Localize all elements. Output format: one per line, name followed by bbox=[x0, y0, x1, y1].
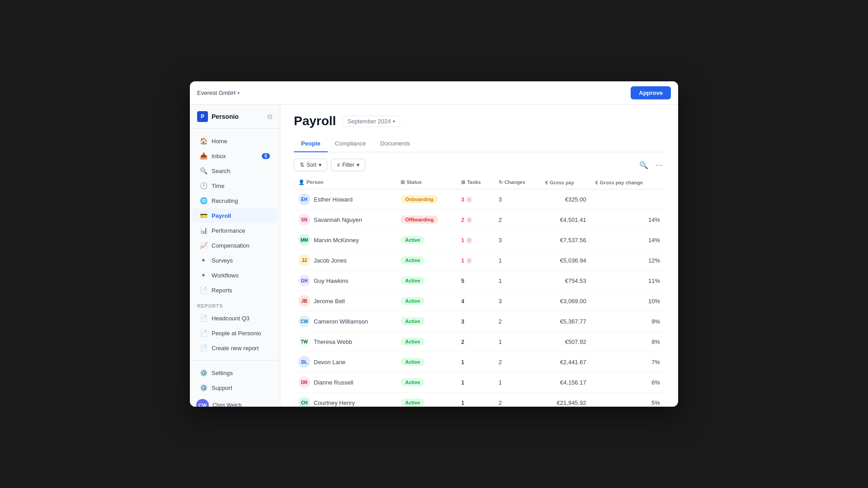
sidebar-item-performance[interactable]: 📊 Performance bbox=[193, 223, 277, 238]
surveys-icon: ✦ bbox=[200, 257, 207, 264]
table-row[interactable]: JJ Jacob Jones Active 1 ! 1 €5,036.94 12… bbox=[294, 250, 665, 271]
person-cell: JJ Jacob Jones bbox=[294, 250, 396, 271]
sidebar-item-support[interactable]: ⚙️ Support bbox=[193, 380, 277, 395]
grosspay-cell: €3,069.00 bbox=[541, 291, 591, 311]
month-label: September 2024 bbox=[347, 118, 391, 125]
table-row[interactable]: CH Courtney Henry Active 1 2 €21,945.92 … bbox=[294, 393, 665, 407]
sidebar-item-payroll[interactable]: 💳 Payroll bbox=[193, 208, 277, 223]
table-row[interactable]: MM Marvin McKinney Active 1 ! 3 €7,537.5… bbox=[294, 230, 665, 250]
grosspay-cell: €4,156.17 bbox=[541, 372, 591, 393]
table-row[interactable]: JB Jerome Bell Active 4 3 €3,069.00 10% bbox=[294, 291, 665, 311]
grosspay-cell: €2,441.67 bbox=[541, 352, 591, 372]
table-area: ⇅ Sort ▾ ≡ Filter ▾ 🔍 ⋯ bbox=[280, 152, 678, 407]
status-badge: Active bbox=[401, 317, 425, 325]
task-badge: 1 ! bbox=[461, 258, 472, 264]
sidebar-item-home[interactable]: 🏠 Home bbox=[193, 134, 277, 148]
support-icon: ⚙️ bbox=[200, 384, 207, 391]
grosspay-cell: €4,501.41 bbox=[541, 210, 591, 230]
table-row[interactable]: DL Devon Lane Active 1 2 €2,441.67 7% bbox=[294, 352, 665, 372]
status-badge: Offboarding bbox=[401, 216, 438, 224]
brand-area: P Personio ⊟ bbox=[190, 105, 280, 129]
grosspay-cell: €507.92 bbox=[541, 332, 591, 352]
recruiting-icon: 🌐 bbox=[200, 197, 207, 204]
main-content: Payroll September 2024 ▾ People Complian… bbox=[280, 105, 678, 407]
sidebar-item-compensation[interactable]: 📈 Compensation bbox=[193, 238, 277, 253]
sidebar-nav: 🏠 Home 📥 Inbox 6 🔍 Search 🕐 Time � bbox=[190, 129, 280, 360]
sidebar-item-inbox[interactable]: 📥 Inbox 6 bbox=[193, 149, 277, 163]
person-name: Esther Howard bbox=[314, 196, 353, 203]
changes-cell: 2 bbox=[494, 311, 541, 332]
avatar: CW bbox=[196, 399, 209, 407]
tasks-cell: 1 bbox=[457, 352, 494, 372]
toolbar-right: 🔍 ⋯ bbox=[637, 159, 665, 171]
inbox-badge: 6 bbox=[262, 153, 270, 159]
grosspaychange-cell: 8% bbox=[591, 332, 665, 352]
task-badge: 5 bbox=[461, 278, 464, 284]
table-row[interactable]: CW Cameron Williamson Active 3 2 €5,367.… bbox=[294, 311, 665, 332]
table-row[interactable]: EH Esther Howard Onboarding 3 ! 3 €325.0… bbox=[294, 189, 665, 210]
status-cell: Active bbox=[396, 393, 457, 407]
table-row[interactable]: SN Savannah Nguyen Offboarding 2 ! 2 €4,… bbox=[294, 210, 665, 230]
sidebar-item-reports[interactable]: 📄 Reports bbox=[193, 283, 277, 297]
tasks-cell: 1 bbox=[457, 393, 494, 407]
sidebar-item-recruiting[interactable]: 🌐 Recruiting bbox=[193, 193, 277, 208]
status-cell: Onboarding bbox=[396, 189, 457, 210]
tasks-cell: 5 bbox=[457, 271, 494, 291]
grosspaychange-cell: 14% bbox=[591, 210, 665, 230]
table-row[interactable]: DR Dianne Russell Active 1 1 €4,156.17 6… bbox=[294, 372, 665, 393]
page-title: Payroll bbox=[294, 114, 336, 128]
home-icon: 🏠 bbox=[200, 137, 207, 145]
company-selector[interactable]: Everest GmbH ▾ bbox=[197, 89, 240, 96]
brand-name: Personio bbox=[212, 113, 239, 120]
chevron-down-icon: ▾ bbox=[237, 90, 240, 95]
changes-cell: 3 bbox=[494, 230, 541, 250]
approve-button[interactable]: Approve bbox=[631, 86, 671, 99]
grosspay-cell: €21,945.92 bbox=[541, 393, 591, 407]
person-avatar: DR bbox=[298, 376, 310, 388]
month-selector[interactable]: September 2024 ▾ bbox=[342, 116, 400, 127]
sidebar-item-workflows[interactable]: ✦ Workflows bbox=[193, 268, 277, 282]
sidebar-item-people-personio[interactable]: 📄 People at Personio bbox=[193, 326, 277, 340]
grosspaychange-cell: 14% bbox=[591, 230, 665, 250]
more-options-button[interactable]: ⋯ bbox=[654, 159, 665, 171]
create-doc-icon: 📄 bbox=[200, 344, 207, 352]
person-cell: DL Devon Lane bbox=[294, 352, 396, 372]
sidebar-item-surveys[interactable]: ✦ Surveys bbox=[193, 253, 277, 267]
tab-people[interactable]: People bbox=[294, 136, 328, 152]
tab-documents[interactable]: Documents bbox=[373, 136, 417, 152]
top-bar: Everest GmbH ▾ Approve bbox=[190, 81, 678, 105]
sort-button[interactable]: ⇅ Sort ▾ bbox=[294, 159, 327, 171]
grosspay-cell: €325.00 bbox=[541, 189, 591, 210]
sidebar-item-search[interactable]: 🔍 Search bbox=[193, 164, 277, 178]
person-cell: JB Jerome Bell bbox=[294, 291, 396, 311]
search-button[interactable]: 🔍 bbox=[637, 159, 650, 171]
sidebar-item-headcount[interactable]: 📄 Headcount Q3 bbox=[193, 311, 277, 325]
user-row: CW Chris Welch bbox=[190, 395, 280, 407]
task-badge: 1 ! bbox=[461, 237, 472, 244]
filter-button[interactable]: ≡ Filter ▾ bbox=[331, 159, 365, 171]
status-cell: Active bbox=[396, 250, 457, 271]
reports-section-label: Reports bbox=[190, 298, 280, 310]
table-row[interactable]: GH Guy Hawkins Active 5 1 €754.53 11% bbox=[294, 271, 665, 291]
reports-icon: 📄 bbox=[200, 286, 207, 294]
grosspaychange-cell: 12% bbox=[591, 250, 665, 271]
sidebar-item-create-report[interactable]: 📄 Create new report bbox=[193, 341, 277, 355]
task-badge: 2 bbox=[461, 339, 464, 345]
sidebar-item-settings[interactable]: ⚙️ Settings bbox=[193, 366, 277, 380]
changes-cell: 2 bbox=[494, 352, 541, 372]
grosspaychange-cell: 7% bbox=[591, 352, 665, 372]
sidebar-toggle-icon[interactable]: ⊟ bbox=[267, 113, 273, 120]
task-badge: 2 ! bbox=[461, 217, 472, 223]
person-avatar: TW bbox=[298, 336, 310, 347]
tab-compliance[interactable]: Compliance bbox=[328, 136, 373, 152]
status-cell: Active bbox=[396, 271, 457, 291]
person-avatar: EH bbox=[298, 193, 310, 205]
sidebar-item-time[interactable]: 🕐 Time bbox=[193, 178, 277, 193]
person-name: Courtney Henry bbox=[314, 399, 355, 406]
tasks-cell: 1 ! bbox=[457, 230, 494, 250]
col-tasks: ⊞Tasks bbox=[457, 176, 494, 189]
tasks-cell: 4 bbox=[457, 291, 494, 311]
table-row[interactable]: TW Theresa Webb Active 2 1 €507.92 8% bbox=[294, 332, 665, 352]
col-person: 👤Person bbox=[294, 176, 396, 189]
grosspaychange-cell: 10% bbox=[591, 291, 665, 311]
